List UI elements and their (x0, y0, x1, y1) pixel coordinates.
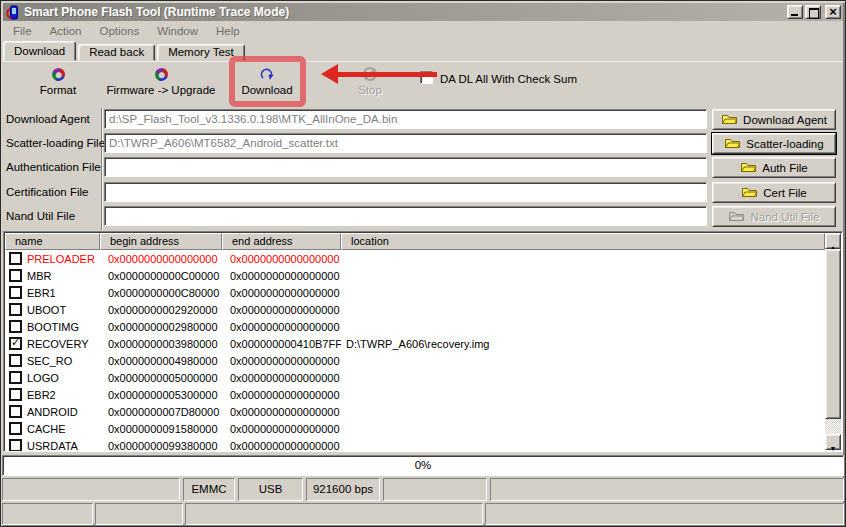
table-row-preloader: PRELOADER0x00000000000000000x00000000000… (5, 250, 825, 267)
begin-address-cell: 0x0000000091580000 (100, 423, 222, 435)
row-checkbox-cache[interactable] (9, 422, 22, 435)
close-button[interactable] (825, 5, 841, 19)
minimize-button[interactable] (787, 5, 803, 19)
download-agent-button[interactable]: Download Agent (712, 109, 836, 130)
table-row-ebr2: EBR20x00000000053000000x0000000000000000 (5, 386, 825, 403)
table-header: name begin address end address location (5, 233, 825, 250)
end-address-cell: 0x0000000000000000 (222, 372, 341, 384)
status-panel: USB (238, 478, 303, 501)
stop-button: Stop (336, 64, 404, 96)
table-row-recovery: RECOVERY0x00000000039800000x000000000410… (5, 335, 825, 352)
end-address-cell: 0x000000000410B7FF (222, 338, 341, 350)
begin-address-cell: 0x0000000099380000 (100, 440, 222, 452)
end-address-cell: 0x0000000000000000 (222, 321, 341, 333)
partition-name: RECOVERY (27, 338, 89, 350)
begin-address-cell: 0x0000000004980000 (100, 355, 222, 367)
table-row-mbr: MBR0x0000000000C000000x0000000000000000 (5, 267, 825, 284)
begin-address-cell: 0x0000000000C80000 (100, 287, 222, 299)
menu-item-options[interactable]: Options (91, 24, 149, 38)
file-button-label: Scatter-loading (746, 138, 823, 150)
row-checkbox-bootimg[interactable] (9, 320, 22, 333)
table-row-logo: LOGO0x00000000050000000x0000000000000000 (5, 369, 825, 386)
column-header-name[interactable]: name (5, 233, 100, 250)
tab-read-back[interactable]: Read back (78, 44, 155, 61)
field-label-authentication-file: Authentication File (6, 161, 101, 173)
partition-name: USRDATA (27, 440, 78, 452)
partition-name: EBR2 (27, 389, 56, 401)
progress-bar: 0% (2, 455, 844, 476)
file-button-label: Download Agent (743, 114, 827, 126)
end-address-cell: 0x0000000000000000 (222, 440, 341, 452)
window-title: Smart Phone Flash Tool (Runtime Trace Mo… (24, 5, 289, 19)
window-controls (787, 5, 841, 19)
format-button[interactable]: Format (20, 64, 96, 96)
nand-util-file-input[interactable] (104, 206, 707, 226)
file-button-label: Auth File (762, 162, 807, 174)
begin-address-cell: 0x0000000000C00000 (100, 270, 222, 282)
end-address-cell: 0x0000000000000000 (222, 423, 341, 435)
row-checkbox-usrdata[interactable] (9, 439, 22, 451)
column-header-location[interactable]: location (341, 233, 825, 250)
row-checkbox-mbr[interactable] (9, 269, 22, 282)
nand-util-file-button: Nand Util File (712, 206, 836, 227)
menu-item-file[interactable]: File (4, 24, 41, 38)
partition-name-cell: EBR2 (5, 388, 100, 401)
status-panel (383, 478, 487, 501)
certification-file-input[interactable] (104, 182, 707, 202)
table-row-sec-ro: SEC_RO0x00000000049800000x00000000000000… (5, 352, 825, 369)
authentication-file-input[interactable] (104, 157, 707, 177)
row-checkbox-recovery[interactable] (9, 337, 22, 350)
partition-name: SEC_RO (27, 355, 72, 367)
vertical-scrollbar[interactable] (825, 233, 841, 450)
table-row-uboot: UBOOT0x00000000029200000x000000000000000… (5, 301, 825, 318)
title-bar: Smart Phone Flash Tool (Runtime Trace Mo… (3, 3, 843, 21)
row-checkbox-ebr2[interactable] (9, 388, 22, 401)
scroll-up-icon[interactable] (825, 233, 841, 249)
scrollbar-thumb[interactable] (825, 249, 841, 419)
da-dl-checksum-label: DA DL All With Check Sum (440, 73, 577, 85)
download-agent-input[interactable]: d:\SP_Flash_Tool_v3.1336.0.198\MTK_AllIn… (104, 109, 707, 129)
row-checkbox-uboot[interactable] (9, 303, 22, 316)
row-checkbox-ebr1[interactable] (9, 286, 22, 299)
firmware-upgrade-button[interactable]: Firmware -> Upgrade (103, 64, 219, 96)
partition-name: PRELOADER (27, 253, 95, 265)
column-header-end-address[interactable]: end address (222, 233, 341, 250)
folder-icon (741, 185, 758, 200)
partition-name: ANDROID (27, 406, 78, 418)
partition-name-cell: EBR1 (5, 286, 100, 299)
row-checkbox-android[interactable] (9, 405, 22, 418)
status-panel: 921600 bps (306, 478, 380, 501)
menu-item-help[interactable]: Help (207, 24, 249, 38)
field-label-nand-util-file: Nand Util File (6, 210, 75, 222)
partition-name: EBR1 (27, 287, 56, 299)
table-row-cache: CACHE0x00000000915800000x000000000000000… (5, 420, 825, 437)
scroll-down-icon[interactable] (825, 434, 841, 450)
menu-item-action[interactable]: Action (41, 24, 91, 38)
row-checkbox-preloader[interactable] (9, 252, 22, 265)
scatter-loading-file-input[interactable]: D:\TWRP_A606\MT6582_Android_scatter.txt (104, 133, 707, 153)
partition-name-cell: MBR (5, 269, 100, 282)
menu-item-window[interactable]: Window (148, 24, 207, 38)
field-label-download-agent: Download Agent (6, 113, 90, 125)
row-checkbox-sec-ro[interactable] (9, 354, 22, 367)
partition-name-cell: PRELOADER (5, 252, 100, 265)
begin-address-cell: 0x0000000002920000 (100, 304, 222, 316)
end-address-cell: 0x0000000000000000 (222, 355, 341, 367)
tab-strip: DownloadRead backMemory Test (3, 41, 843, 61)
status-panel (490, 478, 844, 501)
begin-address-cell: 0x0000000000000000 (100, 253, 222, 265)
tab-download[interactable]: Download (3, 41, 76, 61)
file-button-label: Nand Util File (750, 211, 819, 223)
partition-name: CACHE (27, 423, 66, 435)
column-header-begin-address[interactable]: begin address (100, 233, 222, 250)
row-checkbox-logo[interactable] (9, 371, 22, 384)
cert-file-button[interactable]: Cert File (712, 182, 836, 203)
partition-name: LOGO (27, 372, 59, 384)
maximize-button[interactable] (805, 5, 821, 19)
firmware-upgrade-button-label: Firmware -> Upgrade (103, 84, 219, 96)
table-row-bootimg: BOOTIMG0x00000000029800000x0000000000000… (5, 318, 825, 335)
arrow-annotation-head (321, 64, 338, 84)
auth-file-button[interactable]: Auth File (712, 157, 836, 178)
end-address-cell: 0x0000000000000000 (222, 270, 341, 282)
scatter-loading-button[interactable]: Scatter-loading (712, 133, 836, 154)
